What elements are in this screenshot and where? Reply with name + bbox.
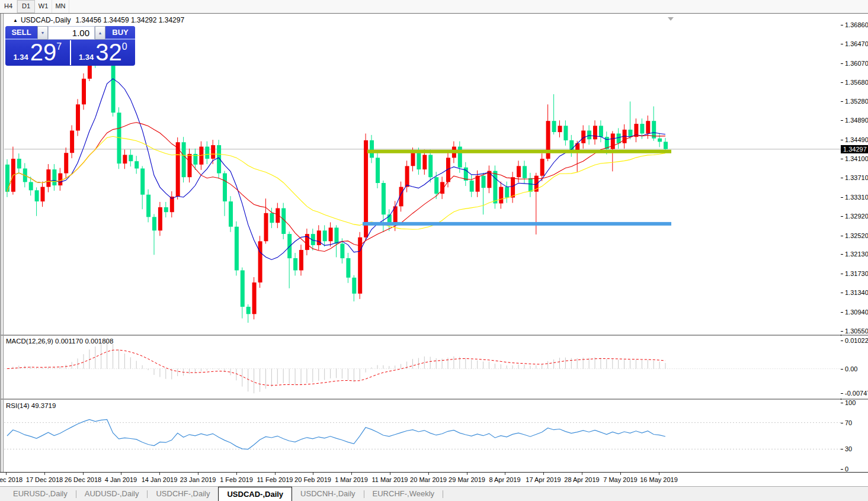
time-axis[interactable]: 7 Dec 201817 Dec 201826 Dec 20184 Jan 20… [0,473,868,486]
date-tick-mark [83,473,84,475]
timeframe-h4-button[interactable]: H4 [0,0,17,13]
macd-tick-label: -0.007477 [845,390,868,397]
axis-tick-mark [841,25,843,25]
axis-tick-mark [841,341,843,341]
axis-tick-mark [841,312,843,313]
price-tick-label: 1.34890 [845,117,868,124]
tab-usdcnh-daily[interactable]: USDCNH-,Daily [292,487,363,501]
date-tick-mark [44,473,45,475]
date-tick-label: 26 Dec 2018 [65,476,101,483]
chart-ohlc-values: 1.34456 1.34459 1.34292 1.34297 [76,16,185,24]
metatrader-window: H4 D1 W1 MN ▲USDCAD-,Daily1.34456 1.3445… [0,0,868,501]
buy-button[interactable]: BUY [105,26,135,40]
one-click-trading-panel: SELL ▼ 1.00 ▲ BUY 1.34297 1.34320 [5,26,135,66]
date-tick-label: 8 Apr 2019 [489,476,520,483]
chart-shift-marker-icon[interactable] [668,17,674,21]
axis-tick-mark [841,393,843,394]
tab-audusd-daily[interactable]: AUDUSD-,Daily [76,487,148,501]
date-tick-label: 20 Mar 2019 [410,476,447,483]
macd-indicator-label: MACD(12,26,9) 0.001170 0.001808 [6,338,113,345]
rsi-tick-label: 30 [845,445,852,452]
axis-tick-mark [841,236,843,236]
axis-tick-mark [841,293,843,293]
timeframe-w1-button[interactable]: W1 [35,0,52,13]
date-tick-mark [390,473,390,475]
collapse-panel-icon[interactable]: ▲ [13,18,18,23]
price-tick-label: 1.35680 [845,79,868,86]
volume-decrease-button[interactable]: ▼ [37,26,48,40]
date-tick-mark [275,473,276,475]
chevron-up-icon: ▲ [98,31,103,35]
price-tick-label: 1.30940 [845,309,868,316]
date-tick-label: 7 May 2019 [603,476,637,483]
axis-tick-mark [841,178,843,178]
macd-axis: 0.0102290.00-0.007477 [841,336,868,399]
price-tick-label: 1.31340 [845,289,868,296]
macd-tick-label: 0.00 [845,365,857,372]
bid-price-big: 29 [30,40,57,66]
axis-tick-mark [841,469,843,470]
date-tick-mark [159,473,160,475]
date-tick-mark [351,473,352,475]
axis-tick-mark [841,63,843,64]
date-tick-label: 11 Feb 2019 [257,476,293,483]
axis-tick-mark [841,140,843,140]
date-tick-label: 4 Jan 2019 [105,476,137,483]
date-tick-mark [620,473,621,475]
price-tick-label: 1.33310 [845,194,868,201]
chart-header: ▲USDCAD-,Daily1.34456 1.34459 1.34292 1.… [13,16,184,24]
axis-tick-mark [841,159,843,159]
date-tick-label: 11 Mar 2019 [372,476,408,483]
date-tick-label: 14 Jan 2019 [142,476,178,483]
chart-symbol-label: USDCAD-,Daily [21,16,71,24]
rsi-indicator-label: RSI(14) 49.3719 [6,402,56,409]
date-tick-mark [582,473,582,475]
axis-tick-mark [841,197,843,198]
date-tick-label: 28 Apr 2019 [564,476,599,483]
rsi-axis: 10070300 [841,400,868,472]
date-tick-mark [467,473,467,475]
rsi-tick-label: 100 [845,399,856,406]
date-tick-mark [659,473,659,475]
date-tick-mark [543,473,544,475]
price-tick-label: 1.32130 [845,250,868,258]
chevron-down-icon: ▼ [41,31,45,35]
price-tick-label: 1.32920 [845,213,868,220]
date-tick-mark [121,473,121,475]
date-tick-mark [313,473,313,475]
axis-tick-mark [841,423,843,423]
tab-eurchf-weekly[interactable]: EURCHF-,Weekly [364,487,443,501]
current-price-tag: 1.34297 [841,145,868,153]
axis-tick-mark [841,216,843,217]
ask-price-display[interactable]: 1.34320 [71,40,136,66]
price-tick-label: 1.30550 [845,327,868,335]
date-tick-label: 16 May 2019 [640,476,678,483]
axis-tick-mark [841,101,843,102]
date-tick-mark [428,473,429,475]
axis-tick-mark [841,449,843,449]
timeframe-mn-button[interactable]: MN [52,0,69,13]
sell-button[interactable]: SELL [5,26,37,40]
date-tick-mark [236,473,237,475]
tab-usdcad-daily[interactable]: USDCAD-,Daily [218,487,292,501]
price-tick-label: 1.31730 [845,270,868,277]
volume-increase-button[interactable]: ▲ [95,26,105,40]
volume-input[interactable]: 1.00 [48,26,95,40]
tab-usdchf-daily[interactable]: USDCHF-,Daily [148,487,218,501]
tab-eurusd-daily[interactable]: EURUSD-,Daily [5,487,76,501]
macd-chart[interactable] [4,336,841,399]
timeframe-d1-button[interactable]: D1 [17,0,35,13]
axis-tick-mark [841,274,843,274]
bid-price-display[interactable]: 1.34297 [5,40,70,66]
axis-tick-mark [841,403,843,403]
axis-tick-mark [841,82,843,83]
axis-tick-mark [841,44,843,44]
axis-tick-mark [841,331,843,332]
price-axis[interactable]: 1.368601.364701.360701.356801.352801.348… [841,14,868,335]
price-tick-label: 1.36070 [845,60,868,67]
axis-tick-mark [841,254,843,255]
price-tick-label: 1.34490 [845,136,868,143]
rsi-chart[interactable] [4,400,841,472]
date-tick-label: 17 Apr 2019 [526,476,560,483]
price-tick-label: 1.36860 [845,21,868,28]
